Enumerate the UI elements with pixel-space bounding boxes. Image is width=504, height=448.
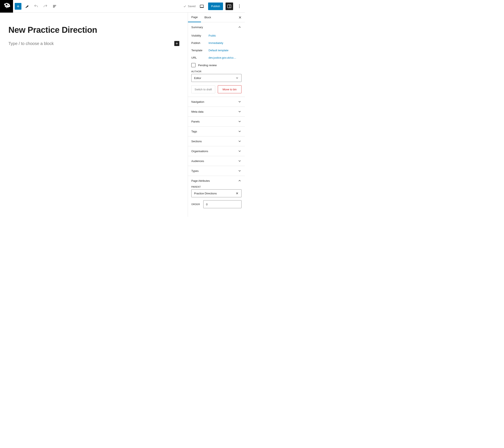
block-placeholder-text[interactable]: Type / to choose a block (8, 41, 54, 46)
document-overview-button[interactable] (51, 2, 58, 10)
chevron-up-icon (238, 179, 241, 183)
settings-sidebar: Page Block Summary Visibility Public Pub… (188, 13, 245, 217)
switch-to-draft-button[interactable]: Switch to draft (191, 85, 215, 93)
panel-tags-header[interactable]: Tags (188, 127, 245, 136)
svg-rect-0 (200, 5, 204, 7)
chevron-up-icon (238, 25, 241, 29)
visibility-value[interactable]: Public (209, 34, 241, 37)
panel-sections-header[interactable]: Sections (188, 136, 245, 146)
post-title[interactable]: New Practice Direction (8, 25, 179, 35)
chevron-down-icon (235, 76, 239, 80)
svg-point-4 (239, 6, 240, 6)
panel-page-attributes-header[interactable]: Page Attributes (188, 176, 245, 186)
url-value[interactable]: dev.justice.gov.uk/co… (209, 56, 241, 59)
publish-button[interactable]: Publish (208, 2, 223, 10)
svg-rect-1 (228, 5, 231, 8)
tab-block[interactable]: Block (201, 13, 215, 22)
parent-label: PARENT (191, 186, 241, 188)
svg-point-3 (239, 5, 240, 5)
close-sidebar-button[interactable] (235, 16, 245, 19)
svg-point-5 (239, 7, 240, 8)
tools-button[interactable] (23, 2, 31, 10)
panel-summary-title: Summary (191, 26, 203, 29)
panel-metadata-header[interactable]: Meta data (188, 107, 245, 116)
chevron-down-icon (238, 139, 241, 143)
chevron-down-icon (238, 169, 241, 173)
redo-button (42, 2, 49, 10)
pending-review-checkbox[interactable] (191, 63, 196, 67)
settings-toggle-button[interactable] (226, 2, 233, 10)
panel-audiences-header[interactable]: Audiences (188, 156, 245, 166)
chevron-down-icon (238, 100, 241, 104)
parent-value: Practice Directions (194, 192, 217, 195)
view-button[interactable] (198, 2, 206, 10)
author-value: Editor (194, 76, 201, 80)
panel-types-header[interactable]: Types (188, 166, 245, 176)
add-block-button[interactable] (174, 41, 179, 46)
block-inserter-button[interactable] (15, 3, 21, 10)
visibility-label: Visibility (191, 34, 209, 37)
template-label: Template (191, 49, 209, 52)
chevron-down-icon (238, 120, 241, 123)
tab-page[interactable]: Page (188, 13, 201, 22)
publish-label: Publish (191, 41, 209, 45)
publish-value[interactable]: Immediately (209, 41, 241, 45)
panel-navigation-header[interactable]: Navigation (188, 97, 245, 107)
order-value: 0 (206, 203, 207, 206)
chevron-down-icon (238, 130, 241, 133)
author-label: AUTHOR (191, 70, 241, 73)
chevron-down-icon (238, 110, 241, 113)
save-status-label: Saved (188, 5, 196, 8)
pending-review-label: Pending review (198, 64, 217, 67)
undo-button (32, 2, 40, 10)
order-input[interactable]: 0 (203, 200, 241, 208)
save-status: Saved (183, 5, 196, 8)
chevron-down-icon (238, 149, 241, 153)
options-button[interactable] (236, 2, 243, 10)
url-label: URL (191, 56, 209, 59)
parent-input[interactable]: Practice Directions (191, 189, 241, 197)
move-to-bin-button[interactable]: Move to bin (218, 85, 242, 93)
panel-panels-header[interactable]: Panels (188, 117, 245, 126)
order-label: ORDER (191, 203, 200, 205)
panel-organisations-header[interactable]: Organisations (188, 146, 245, 156)
site-logo[interactable] (0, 0, 13, 13)
editor-canvas[interactable]: New Practice Direction Type / to choose … (0, 13, 188, 217)
author-select[interactable]: Editor (191, 74, 241, 82)
chevron-down-icon (238, 159, 241, 163)
clear-icon[interactable] (235, 192, 239, 195)
template-value[interactable]: Default template (209, 49, 241, 52)
panel-summary-header[interactable]: Summary (188, 22, 245, 32)
